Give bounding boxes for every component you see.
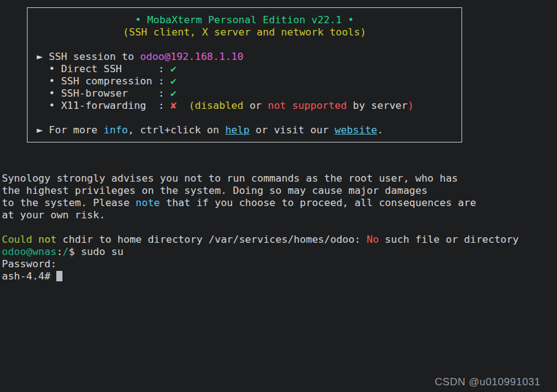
- terminal-output: Synology strongly advises you not to run…: [2, 172, 518, 283]
- footer-prefix: ► For more: [31, 124, 103, 136]
- root-prompt-text: ash-4.4#: [2, 270, 56, 282]
- blank-line: [28, 39, 462, 51]
- chdir-not-text: not: [39, 234, 57, 245]
- feature-direct-label: • Direct SSH :: [31, 63, 170, 75]
- x11-or-text: or: [244, 100, 268, 111]
- help-link[interactable]: help: [225, 124, 250, 136]
- info-text: info: [103, 124, 128, 136]
- terminal-cursor: [56, 271, 62, 281]
- prompt-path: /: [62, 246, 69, 257]
- root-prompt-line: ash-4.4#: [2, 270, 518, 283]
- footer-line: ► For more info, ctrl+click on help or v…: [28, 124, 462, 136]
- note-text: note: [136, 197, 160, 209]
- x11-byserver-text: by server: [347, 100, 408, 111]
- website-link[interactable]: website: [335, 124, 378, 136]
- blank-line: [28, 112, 462, 124]
- banner-title: • MobaXterm Personal Edition v22.1 •: [28, 14, 462, 26]
- prompt-user-host: odoo@wnas: [2, 246, 56, 257]
- blank-line: [2, 221, 518, 234]
- cross-icon: ✘: [170, 100, 176, 111]
- session-line: ► SSH session to odoo@192.168.1.10: [28, 51, 462, 63]
- feature-x11-forwarding: • X11-forwarding : ✘ (disabled or not su…: [28, 100, 462, 112]
- chdir-mid-text: chdir to home directory /var/services/ho…: [56, 234, 367, 245]
- chdir-error-line: Could not chdir to home directory /var/s…: [2, 234, 518, 246]
- chdir-end-text: such file or directory: [379, 234, 518, 245]
- feature-direct-ssh: • Direct SSH : ✔: [28, 63, 462, 75]
- x11-disabled-text: (disabled: [189, 100, 243, 111]
- session-prefix: ► SSH session to: [31, 51, 140, 62]
- x11-gap: [176, 100, 189, 111]
- typed-command: sudo su: [81, 246, 124, 257]
- prompt-dollar: $: [69, 246, 81, 257]
- feature-ssh-browser: • SSH-browser : ✔: [28, 87, 462, 100]
- check-icon: ✔: [170, 87, 176, 99]
- check-icon: ✔: [170, 63, 176, 75]
- check-icon: ✔: [170, 75, 176, 87]
- warning-line-2: the highest privileges on the system. Do…: [2, 185, 518, 197]
- warning-line-3-post: that if you choose to proceed, all conse…: [160, 197, 476, 209]
- chdir-could-text: Could: [2, 234, 39, 245]
- chdir-no-text: No: [367, 234, 379, 245]
- feature-x11-label: • X11-forwarding :: [31, 100, 170, 111]
- prompt-colon: :: [56, 246, 62, 257]
- x11-close-paren: ): [408, 100, 414, 111]
- mobaxterm-banner-box: • MobaXterm Personal Edition v22.1 • (SS…: [27, 7, 462, 142]
- session-host: odoo@192.168.1.10: [140, 51, 244, 62]
- feature-browser-label: • SSH-browser :: [31, 87, 170, 99]
- feature-ssh-compression: • SSH compression : ✔: [28, 75, 462, 87]
- warning-line-4: at your own risk.: [2, 209, 518, 221]
- feature-compression-label: • SSH compression :: [31, 75, 170, 87]
- terminal-screen[interactable]: • MobaXterm Personal Edition v22.1 • (SS…: [0, 0, 557, 392]
- footer-end: .: [377, 124, 383, 136]
- banner-subtitle: (SSH client, X server and network tools): [28, 26, 462, 39]
- warning-line-3: to the system. Please note that if you c…: [2, 197, 518, 209]
- x11-notsupported-text: not supported: [267, 100, 346, 111]
- warning-line-1: Synology strongly advises you not to run…: [2, 172, 518, 185]
- footer-mid2: or visit our: [250, 124, 335, 136]
- password-line: Password:: [2, 258, 518, 270]
- warning-line-3-pre: to the system. Please: [2, 197, 136, 209]
- footer-mid1: , ctrl+click on: [128, 124, 225, 136]
- csdn-watermark: CSDN @u010991031: [435, 376, 540, 388]
- shell-prompt-line: odoo@wnas:/$ sudo su: [2, 246, 518, 258]
